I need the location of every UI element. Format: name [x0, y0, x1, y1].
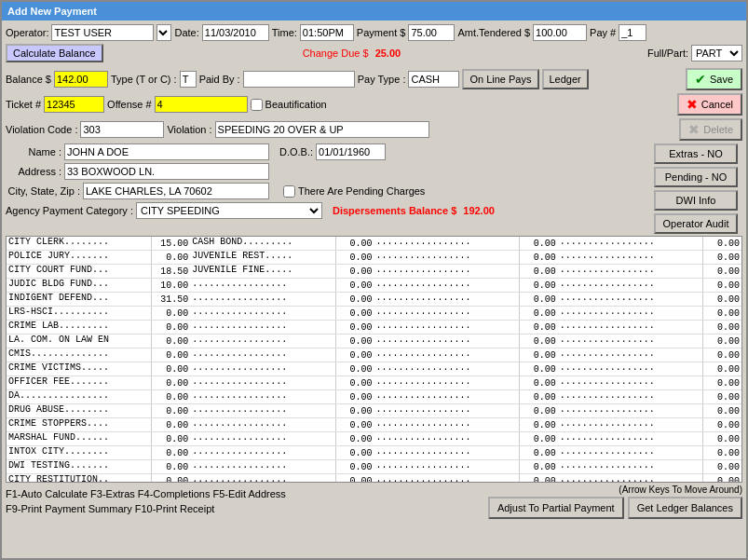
grid-cell-value[interactable] [519, 265, 558, 278]
save-button[interactable]: ✔ Save [686, 68, 742, 90]
grid-cell-value[interactable] [519, 335, 558, 348]
grid-cell-value[interactable] [519, 432, 558, 445]
grid-cell-value[interactable] [519, 307, 558, 320]
dob-input[interactable] [316, 143, 386, 160]
citystatezip-input[interactable] [83, 183, 269, 199]
grid-cell-value[interactable] [702, 348, 741, 362]
grid-cell-value[interactable] [335, 335, 374, 348]
amt-tendered-input[interactable] [533, 24, 587, 41]
beautification-checkbox[interactable] [251, 99, 263, 111]
grid-cell-value[interactable] [519, 474, 558, 483]
get-ledger-button[interactable]: Get Ledger Balances [628, 497, 742, 519]
grid-cell-value[interactable] [702, 460, 741, 473]
extras-button[interactable]: Extras - NO [654, 143, 738, 164]
grid-cell-value[interactable] [335, 474, 374, 483]
payment-input[interactable] [408, 24, 455, 41]
grid-cell-value[interactable] [519, 446, 558, 459]
violation-code-input[interactable] [80, 121, 164, 138]
grid-cell-value[interactable] [702, 279, 741, 292]
pay-num-input[interactable] [619, 24, 646, 41]
agency-select[interactable]: CITY SPEEDING [136, 202, 322, 219]
audit-button[interactable]: Operator Audit [654, 213, 738, 234]
operator-dropdown[interactable] [156, 24, 171, 41]
grid-cell-value[interactable] [335, 321, 374, 334]
pending-checkbox[interactable] [283, 185, 295, 198]
grid-cell-value[interactable] [519, 293, 558, 306]
grid-cell-value[interactable] [702, 418, 741, 431]
grid-cell-value[interactable] [519, 390, 558, 403]
grid-cell-value[interactable] [335, 418, 374, 431]
grid-cell-value[interactable] [702, 474, 741, 483]
grid-cell-value[interactable] [335, 376, 374, 389]
address-input[interactable] [64, 163, 269, 180]
violation-input[interactable] [215, 121, 429, 138]
grid-cell-value[interactable] [335, 251, 374, 264]
grid-cell-value[interactable] [702, 293, 741, 306]
grid-cell-value[interactable] [335, 307, 374, 320]
ticket-input[interactable] [44, 96, 104, 113]
grid-cell-value[interactable] [151, 376, 190, 389]
date-input[interactable] [202, 24, 269, 41]
grid-cell-value[interactable] [151, 418, 190, 431]
grid-cell-value[interactable] [151, 307, 190, 320]
cancel-button[interactable]: ✖ Cancel [677, 93, 742, 116]
delete-button[interactable]: ✖ Delete [679, 118, 742, 141]
grid-cell-value[interactable] [335, 237, 374, 250]
grid-cell-value[interactable] [702, 390, 741, 403]
grid-cell-value[interactable] [335, 432, 374, 445]
grid-cell-value[interactable] [519, 404, 558, 417]
dwi-button[interactable]: DWI Info [654, 190, 738, 211]
grid-cell-value[interactable] [702, 376, 741, 389]
name-input[interactable] [64, 143, 269, 160]
grid-cell-value[interactable] [151, 251, 190, 264]
grid-cell-value[interactable] [519, 237, 558, 250]
adjust-button[interactable]: Adjust To Partial Payment [488, 497, 624, 519]
grid-cell-value[interactable] [519, 279, 558, 292]
offense-input[interactable] [155, 96, 248, 113]
grid-cell-value[interactable] [519, 321, 558, 334]
grid-cell-value[interactable] [151, 390, 190, 403]
grid-cell-value[interactable] [702, 362, 741, 376]
ledger-button[interactable]: Ledger [542, 69, 589, 89]
grid-cell-value[interactable] [702, 237, 741, 250]
grid-cell-value[interactable] [702, 307, 741, 320]
grid-cell-value[interactable] [519, 418, 558, 431]
grid-cell-value[interactable] [702, 265, 741, 278]
grid-cell-value[interactable] [702, 251, 741, 264]
grid-cell-value[interactable] [335, 348, 374, 362]
grid-cell-value[interactable] [151, 293, 190, 306]
grid-cell-value[interactable] [702, 432, 741, 445]
grid-cell-value[interactable] [151, 432, 190, 445]
grid-cell-value[interactable] [519, 348, 558, 362]
grid-cell-value[interactable] [335, 362, 374, 376]
grid-cell-value[interactable] [519, 362, 558, 376]
grid-cell-value[interactable] [702, 446, 741, 459]
grid-cell-value[interactable] [151, 335, 190, 348]
grid-cell-value[interactable] [151, 279, 190, 292]
pay-type-input[interactable] [408, 71, 459, 88]
paid-by-input[interactable] [243, 71, 355, 88]
grid-cell-value[interactable] [151, 237, 190, 250]
grid-cell-value[interactable] [151, 460, 190, 473]
grid-cell-value[interactable] [151, 404, 190, 417]
operator-input[interactable] [51, 24, 154, 41]
fullpart-select[interactable]: PART FULL [691, 45, 742, 61]
grid-cell-value[interactable] [335, 293, 374, 306]
grid-cell-value[interactable] [151, 474, 190, 483]
grid-cell-value[interactable] [519, 376, 558, 389]
grid-cell-value[interactable] [335, 446, 374, 459]
grid-cell-value[interactable] [702, 404, 741, 417]
grid-cell-value[interactable] [702, 321, 741, 334]
grid-cell-value[interactable] [519, 460, 558, 473]
grid-cell-value[interactable] [151, 265, 190, 278]
grid-cell-value[interactable] [151, 321, 190, 334]
grid-cell-value[interactable] [335, 265, 374, 278]
grid-cell-value[interactable] [151, 446, 190, 459]
grid-cell-value[interactable] [702, 335, 741, 348]
grid-cell-value[interactable] [335, 404, 374, 417]
grid-cell-value[interactable] [151, 362, 190, 376]
grid-cell-value[interactable] [151, 348, 190, 362]
grid-cell-value[interactable] [335, 390, 374, 403]
pending-button[interactable]: Pending - NO [654, 167, 738, 187]
grid-cell-value[interactable] [519, 251, 558, 264]
